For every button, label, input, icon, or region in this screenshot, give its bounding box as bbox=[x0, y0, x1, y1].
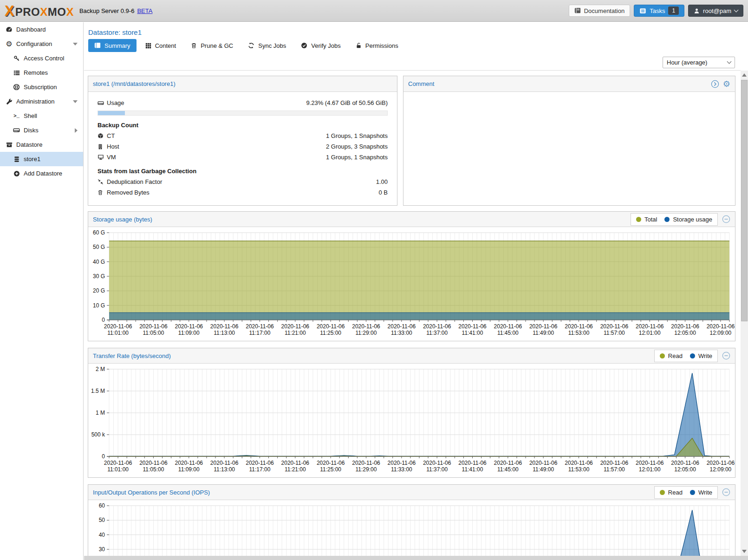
legend-item-write[interactable]: Write bbox=[690, 352, 712, 359]
collapse-minus-icon[interactable] bbox=[722, 352, 730, 360]
compress-arrows-icon bbox=[98, 179, 107, 185]
tab-sync-jobs[interactable]: Sync Jobs bbox=[242, 39, 292, 52]
sidebar-item-subscription[interactable]: Subscription bbox=[0, 80, 83, 94]
beta-link[interactable]: BETA bbox=[137, 7, 152, 14]
gc-stats-heading: Stats from last Garbage Collection bbox=[98, 168, 388, 175]
transfer-rate-chart: 2 M1.5 M1 M500 k02020-11-0611:01:002020-… bbox=[88, 364, 735, 477]
svg-text:60: 60 bbox=[99, 502, 105, 509]
chart-title: Storage usage (bytes) bbox=[93, 216, 152, 223]
trash-icon bbox=[98, 189, 107, 195]
svg-text:11:33:00: 11:33:00 bbox=[391, 466, 412, 473]
user-menu-button[interactable]: root@pam bbox=[688, 5, 743, 17]
backup-count-row-ct: CT 1 Groups, 1 Snapshots bbox=[98, 131, 388, 140]
svg-text:11:13:00: 11:13:00 bbox=[214, 330, 235, 336]
vm-count-value: 1 Groups, 1 Snapshots bbox=[326, 154, 388, 161]
svg-text:2020-11-06: 2020-11-06 bbox=[317, 323, 345, 330]
svg-text:11:33:00: 11:33:00 bbox=[391, 330, 412, 336]
unlock-icon bbox=[356, 42, 362, 49]
scrollbar-thumb[interactable] bbox=[741, 80, 748, 321]
svg-text:11:25:00: 11:25:00 bbox=[320, 466, 341, 473]
svg-text:500 k: 500 k bbox=[91, 431, 105, 438]
expand-caret-icon[interactable] bbox=[75, 128, 78, 133]
gear-icon[interactable]: ⚙ bbox=[723, 80, 730, 88]
scroll-down-arrow-icon[interactable] bbox=[742, 550, 747, 553]
svg-text:12:05:00: 12:05:00 bbox=[674, 330, 696, 336]
building-icon bbox=[98, 143, 107, 150]
sidebar-item-shell[interactable]: >_ Shell bbox=[0, 109, 83, 123]
legend-item-write[interactable]: Write bbox=[690, 489, 712, 496]
svg-text:2020-11-06: 2020-11-06 bbox=[600, 460, 629, 466]
dedup-factor-value: 1.00 bbox=[376, 178, 388, 185]
svg-text:2020-11-06: 2020-11-06 bbox=[388, 460, 416, 466]
cube-icon bbox=[98, 133, 107, 139]
svg-text:11:49:00: 11:49:00 bbox=[533, 466, 554, 473]
scroll-up-arrow-icon[interactable] bbox=[742, 73, 747, 77]
grid-icon bbox=[145, 43, 151, 49]
sidebar-item-administration[interactable]: Administration bbox=[0, 94, 83, 109]
sidebar-item-dashboard[interactable]: Dashboard bbox=[0, 22, 83, 37]
time-range-select[interactable]: Hour (average) bbox=[663, 57, 735, 68]
svg-text:2020-11-06: 2020-11-06 bbox=[281, 323, 310, 330]
sync-icon bbox=[248, 42, 254, 49]
user-icon bbox=[694, 8, 700, 14]
page-title: Datastore: store1 bbox=[88, 28, 142, 36]
proxmox-wordmark: PROXMOX bbox=[15, 7, 74, 18]
backup-count-row-host: Host 2 Groups, 3 Snapshots bbox=[98, 142, 388, 151]
removed-bytes-row: Removed Bytes 0 B bbox=[98, 188, 388, 197]
sidebar-item-remotes[interactable]: Remotes bbox=[0, 65, 83, 80]
svg-text:30 G: 30 G bbox=[93, 273, 105, 280]
check-circle-icon bbox=[301, 42, 307, 49]
sidebar-item-add-datastore[interactable]: Add Datastore bbox=[0, 166, 83, 181]
svg-text:2020-11-06: 2020-11-06 bbox=[139, 323, 168, 330]
legend-item-read[interactable]: Read bbox=[660, 489, 683, 496]
legend-item-storage-usage[interactable]: Storage usage bbox=[664, 216, 712, 223]
tab-bar: Summary Content Prune & GC Sync Jobs Ver… bbox=[88, 39, 404, 52]
sidebar-item-datastore[interactable]: Datastore bbox=[0, 137, 83, 152]
svg-text:11:01:00: 11:01:00 bbox=[107, 330, 129, 336]
collapse-caret-icon[interactable] bbox=[73, 100, 78, 103]
sidebar-item-store1[interactable]: store1 bbox=[0, 152, 83, 166]
task-list-icon bbox=[639, 7, 646, 14]
chevron-down-icon bbox=[734, 8, 739, 13]
chart-legend: Total Storage usage bbox=[631, 213, 718, 226]
svg-text:2020-11-06: 2020-11-06 bbox=[104, 323, 132, 330]
book-icon bbox=[574, 7, 581, 14]
svg-text:12:09:00: 12:09:00 bbox=[710, 330, 732, 336]
tab-summary[interactable]: Summary bbox=[88, 39, 137, 52]
svg-text:11:45:00: 11:45:00 bbox=[497, 466, 519, 473]
collapse-minus-icon[interactable] bbox=[722, 215, 730, 223]
tab-content[interactable]: Content bbox=[139, 39, 182, 52]
svg-text:11:21:00: 11:21:00 bbox=[285, 330, 306, 336]
svg-text:2020-11-06: 2020-11-06 bbox=[246, 460, 274, 466]
sidebar-item-disks[interactable]: Disks bbox=[0, 123, 83, 137]
svg-text:2020-11-06: 2020-11-06 bbox=[707, 460, 735, 466]
svg-text:2020-11-06: 2020-11-06 bbox=[210, 323, 239, 330]
sidebar-item-configuration[interactable]: ⚙ Configuration bbox=[0, 37, 83, 51]
key-icon bbox=[12, 55, 21, 62]
documentation-button[interactable]: Documentation bbox=[569, 5, 630, 17]
tab-permissions[interactable]: Permissions bbox=[350, 39, 404, 52]
iops-chart-header: Input/Output Operations per Second (IOPS… bbox=[88, 485, 735, 500]
svg-text:2020-11-06: 2020-11-06 bbox=[281, 460, 310, 466]
svg-text:2020-11-06: 2020-11-06 bbox=[671, 323, 699, 330]
collapse-caret-icon[interactable] bbox=[73, 43, 78, 46]
svg-text:2020-11-06: 2020-11-06 bbox=[565, 323, 593, 330]
svg-text:0: 0 bbox=[102, 453, 105, 460]
legend-dot bbox=[660, 490, 665, 495]
edit-chevron-circle-icon[interactable] bbox=[711, 80, 719, 88]
summary-toolbar: Hour (average) bbox=[84, 55, 741, 71]
legend-item-total[interactable]: Total bbox=[636, 216, 657, 223]
remotes-list-icon bbox=[12, 70, 21, 76]
storage-usage-chart: 60 G50 G40 G30 G20 G10 G02020-11-0611:01… bbox=[88, 227, 735, 341]
viewport-bottom-strip bbox=[84, 556, 748, 560]
sidebar-item-access-control[interactable]: Access Control bbox=[0, 51, 83, 65]
tab-prune-gc[interactable]: Prune & GC bbox=[185, 39, 239, 52]
tasks-button[interactable]: Tasks 1 bbox=[634, 5, 684, 17]
collapse-minus-icon[interactable] bbox=[722, 488, 730, 496]
tab-verify-jobs[interactable]: Verify Jobs bbox=[295, 39, 347, 52]
legend-item-read[interactable]: Read bbox=[660, 352, 683, 359]
svg-text:50: 50 bbox=[99, 517, 105, 523]
vertical-scrollbar[interactable] bbox=[741, 71, 748, 556]
proxmox-x-logo-icon: X bbox=[5, 4, 14, 18]
svg-text:2 M: 2 M bbox=[96, 366, 105, 372]
